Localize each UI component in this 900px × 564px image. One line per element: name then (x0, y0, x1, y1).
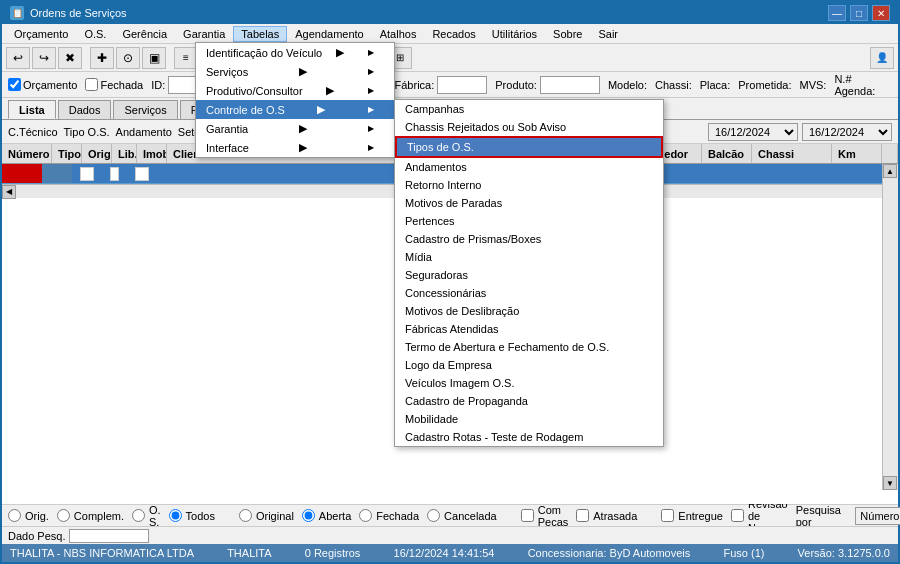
td-balcao (718, 164, 768, 183)
andamento-label: Andamento (116, 126, 172, 138)
radio-complem-label: Complem. (74, 510, 124, 522)
menu-mobilidade[interactable]: Mobilidade (395, 410, 663, 428)
toolbar-grid1[interactable]: ▣ (142, 47, 166, 69)
company-label: THALITA - NBS INFORMATICA LTDA (10, 547, 194, 559)
atrasada-check[interactable] (576, 509, 589, 522)
produto-field: Produto: (495, 76, 600, 94)
dado-pesq-input[interactable] (69, 529, 149, 543)
menu-tabelas[interactable]: Tabelas (233, 26, 287, 42)
radio-aberta[interactable] (302, 509, 315, 522)
fuso-label: Fuso (1) (723, 547, 764, 559)
scroll-down-btn[interactable]: ▼ (883, 476, 897, 490)
radio-fechadar-label: Fechada (376, 510, 419, 522)
date2-select[interactable]: 16/12/2024 (802, 123, 892, 141)
toolbar-add[interactable]: ✚ (90, 47, 114, 69)
menu-sobre[interactable]: Sobre (545, 26, 590, 42)
id-label: ID: (151, 79, 165, 91)
entregue-check[interactable] (661, 509, 674, 522)
menu-garantia[interactable]: Garantia (175, 26, 233, 42)
menu-motivos-desligacao[interactable]: Motivos de Deslibração (395, 302, 663, 320)
menu-recados[interactable]: Recados (424, 26, 483, 42)
toolbar-forward[interactable]: ↪ (32, 47, 56, 69)
scroll-up-btn[interactable]: ▲ (883, 164, 897, 178)
menu-veiculos-imagem[interactable]: Veículos Imagem O.S. (395, 374, 663, 392)
menu-interface-tab[interactable]: Interface ▶ (196, 138, 394, 157)
radio-original-label: Original (256, 510, 294, 522)
menu-retorno[interactable]: Retorno Interno (395, 176, 663, 194)
status-bar: Orig. Complem. O. S. Todos Original Aber… (2, 504, 898, 526)
menu-fabricas[interactable]: Fábricas Atendidas (395, 320, 663, 338)
menu-identificacao[interactable]: Identificação do Veículo ▶ (196, 43, 394, 62)
menu-termo[interactable]: Termo de Abertura e Fechamento de O.S. (395, 338, 663, 356)
controle-os-submenu: Campanhas Chassis Rejeitados ou Sob Avis… (394, 99, 664, 447)
toolbar-circle[interactable]: ⊙ (116, 47, 140, 69)
produto-label: Produto: (495, 79, 537, 91)
menu-logo[interactable]: Logo da Empresa (395, 356, 663, 374)
radio-complem[interactable] (57, 509, 70, 522)
fechada-checkbox[interactable] (85, 78, 98, 91)
toolbar-back[interactable]: ↩ (6, 47, 30, 69)
compecas-check[interactable] (521, 509, 534, 522)
menu-motivos-paradas[interactable]: Motivos de Paradas (395, 194, 663, 212)
menu-controle-os[interactable]: Controle de O.S ▶ (196, 100, 394, 119)
menu-os[interactable]: O.S. (76, 26, 114, 42)
menu-pertences[interactable]: Pertences (395, 212, 663, 230)
menu-garantia-tab[interactable]: Garantia ▶ (196, 119, 394, 138)
maximize-button[interactable]: □ (850, 5, 868, 21)
nagenda-label: N.# Agenda: (834, 73, 892, 97)
close-button[interactable]: ✕ (872, 5, 890, 21)
th-scroll (882, 144, 898, 163)
menu-concessionarias[interactable]: Concessionárias (395, 284, 663, 302)
orcamento-field: Orçamento (8, 78, 77, 91)
menu-seguradoras[interactable]: Seguradoras (395, 266, 663, 284)
radio-original[interactable] (239, 509, 252, 522)
toolbar-cancel[interactable]: ✖ (58, 47, 82, 69)
menu-chassis[interactable]: Chassis Rejeitados ou Sob Aviso (395, 118, 663, 136)
radio-cancelada-label: Cancelada (444, 510, 497, 522)
tab-dados[interactable]: Dados (58, 100, 112, 119)
menu-propaganda[interactable]: Cadastro de Propaganda (395, 392, 663, 410)
minimize-button[interactable]: — (828, 5, 846, 21)
menu-midia[interactable]: Mídia (395, 248, 663, 266)
menu-prismas[interactable]: Cadastro de Prismas/Boxes (395, 230, 663, 248)
date1-select[interactable]: 16/12/2024 (708, 123, 798, 141)
dado-pesq-label: Dado Pesq. (8, 530, 65, 542)
menu-orcamento[interactable]: Orçamento (6, 26, 76, 42)
menu-gerencia[interactable]: Gerência (114, 26, 175, 42)
menu-tipos-os[interactable]: Tipos de O.S. (395, 136, 663, 158)
fabrica-input[interactable] (437, 76, 487, 94)
scroll-left-btn[interactable]: ◀ (2, 185, 16, 199)
menu-utilitarios[interactable]: Utilitários (484, 26, 545, 42)
fechadar-section: Fechada (359, 509, 419, 522)
radio-fechadar[interactable] (359, 509, 372, 522)
th-imob: Imob. (137, 144, 167, 163)
menu-sair[interactable]: Sair (590, 26, 626, 42)
revisao-check[interactable] (731, 509, 744, 522)
toolbar-user[interactable]: 👤 (870, 47, 894, 69)
produto-input[interactable] (540, 76, 600, 94)
menu-campanhas[interactable]: Campanhas (395, 100, 663, 118)
aberta-section: Aberta (302, 509, 351, 522)
radio-todos[interactable] (169, 509, 182, 522)
cancelada-section: Cancelada (427, 509, 497, 522)
chassi-label: Chassi: (655, 79, 692, 91)
radio-orig[interactable] (8, 509, 21, 522)
tab-servicos[interactable]: Serviços (113, 100, 177, 119)
vertical-scrollbar[interactable]: ▲ ▼ (882, 164, 898, 490)
menu-servicos-tab[interactable]: Serviços ▶ (196, 62, 394, 81)
menu-atalhos[interactable]: Atalhos (372, 26, 425, 42)
menu-produtivo[interactable]: Produtivo/Consultor ▶ (196, 81, 394, 100)
orcamento-checkbox[interactable] (8, 78, 21, 91)
com-pecas-section: Com Peças (521, 504, 569, 528)
menu-agendamento[interactable]: Agendamento (287, 26, 372, 42)
orcamento-label: Orçamento (23, 79, 77, 91)
pesquisa-por-label: Pesquisa por (796, 504, 852, 528)
menu-cadastro-rotas[interactable]: Cadastro Rotas - Teste de Rodagem (395, 428, 663, 446)
pesquisa-select[interactable]: Número (855, 507, 900, 525)
menu-andamentos[interactable]: Andamentos (395, 158, 663, 176)
tab-lista[interactable]: Lista (8, 100, 56, 119)
radio-os-label: O. S. (149, 504, 161, 528)
radio-cancelada[interactable] (427, 509, 440, 522)
radio-todos-label: Todos (186, 510, 215, 522)
radio-os[interactable] (132, 509, 145, 522)
